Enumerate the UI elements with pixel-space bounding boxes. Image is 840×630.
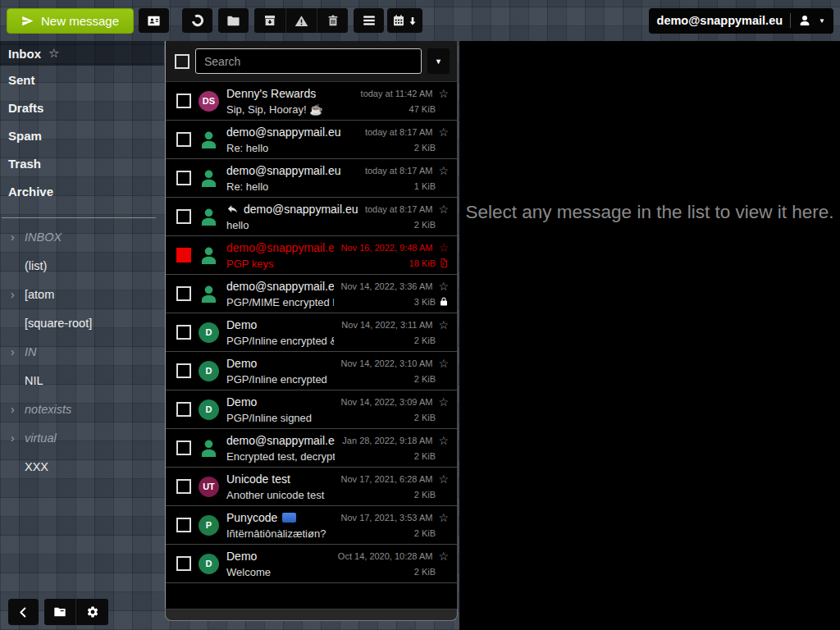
sidebar-subfolder-notexists[interactable]: ›notexists [0, 395, 164, 424]
message-meta: Oct 14, 2020, 10:28 AM☆2 KiB [338, 550, 449, 578]
star-icon[interactable]: ☆ [438, 242, 449, 253]
message-text-block: Unicode testAnother unicode test [226, 472, 334, 501]
message-meta-top: Nov 17, 2021, 3:53 AM☆ [341, 512, 449, 523]
delete-button[interactable] [317, 8, 348, 33]
message-checkbox[interactable] [176, 171, 191, 185]
message-row[interactable]: demo@snappymail.euRe: hellotoday at 8:17… [166, 159, 457, 198]
message-checkbox[interactable] [176, 441, 191, 455]
sidebar-subfolder-list[interactable]: (list) [0, 252, 164, 281]
sidebar-subfolder-virtual[interactable]: ›virtual [0, 424, 164, 453]
spam-button[interactable] [285, 8, 317, 33]
message-row[interactable]: DSDenny's RewardsSip, Sip, Hooray! ☕toda… [166, 82, 457, 121]
message-checkbox[interactable] [176, 209, 191, 224]
person-avatar-icon [199, 284, 219, 304]
pgp-attachment-icon [439, 258, 449, 268]
sidebar-subfolder-nil[interactable]: NIL [0, 367, 164, 395]
chevron-right-icon[interactable]: › [11, 424, 15, 453]
message-row[interactable]: demo@snappymail.euEncrypted test, decryp… [166, 429, 457, 468]
account-divider [790, 13, 791, 28]
message-checkbox[interactable] [176, 325, 191, 340]
message-checkbox[interactable] [176, 402, 191, 417]
star-icon[interactable]: ☆ [438, 396, 449, 408]
chevron-right-icon[interactable]: › [11, 281, 15, 309]
star-icon[interactable]: ☆ [438, 88, 449, 99]
message-checkbox[interactable] [176, 363, 191, 378]
message-checkbox[interactable] [176, 286, 191, 301]
message-checkbox[interactable] [176, 556, 191, 571]
chevron-right-icon[interactable]: › [11, 395, 15, 424]
sidebar-subfolder-atom[interactable]: ›[atom [0, 281, 164, 309]
message-row[interactable]: DDemoWelcomeOct 14, 2020, 10:28 AM☆2 KiB [166, 545, 457, 583]
sender-name: Punycode [226, 511, 277, 524]
calendar-download-button[interactable] [387, 8, 422, 33]
message-checkbox[interactable] [176, 479, 191, 494]
eu-flag-icon [282, 513, 296, 523]
contacts-button[interactable] [139, 8, 169, 33]
star-icon[interactable]: ☆ [438, 435, 449, 446]
search-options-button[interactable]: ▼ [427, 48, 450, 74]
message-checkbox[interactable] [176, 248, 191, 262]
star-icon[interactable]: ☆ [438, 473, 449, 485]
list-footer-bar[interactable] [165, 609, 458, 621]
calendar-icon [392, 14, 405, 27]
message-date: Nov 14, 2022, 3:36 AM [341, 281, 433, 291]
sidebar-item-archive[interactable]: Archive [0, 177, 164, 205]
select-all-checkbox[interactable] [175, 54, 189, 69]
message-row[interactable]: DDemoPGP/Inline encrypted & signedNov 14… [166, 313, 457, 352]
message-row[interactable]: DDemoPGP/Inline encryptedNov 14, 2022, 3… [166, 352, 457, 390]
message-date: today at 8:17 AM [365, 127, 433, 137]
message-checkbox[interactable] [176, 94, 191, 108]
refresh-button[interactable] [182, 8, 212, 33]
message-row[interactable]: demo@snappymail.euhellotoday at 8:17 AM☆… [166, 198, 457, 236]
account-button[interactable]: demo@snappymail.eu ▼ [649, 8, 833, 34]
subfolder-label: notexists [25, 403, 71, 416]
sidebar-subfolder-inbox[interactable]: ›INBOX [0, 223, 164, 252]
message-date: Nov 17, 2021, 3:53 AM [341, 513, 433, 523]
sidebar-subfolder-xxx[interactable]: XXX [0, 453, 164, 482]
star-icon[interactable]: ☆ [48, 46, 59, 61]
archive-button[interactable] [254, 8, 285, 33]
star-icon[interactable]: ☆ [438, 203, 449, 215]
star-icon[interactable]: ☆ [438, 126, 449, 138]
message-subject: Welcome [226, 566, 331, 578]
sender-name: Denny's Rewards [226, 87, 316, 100]
star-icon[interactable]: ☆ [438, 281, 449, 292]
message-row[interactable]: PPunycodeIñtërnâtiônàlizætiøn?Nov 17, 20… [166, 506, 457, 545]
message-text-block: demo@snappymail.euPGP/MIME encrypted HTM… [226, 280, 334, 308]
message-row[interactable]: DDemoPGP/Inline signedNov 14, 2022, 3:09… [166, 390, 457, 429]
subfolder-label: virtual [25, 431, 57, 445]
star-icon[interactable]: ☆ [438, 550, 449, 562]
chevron-right-icon[interactable]: › [11, 338, 15, 367]
message-row[interactable]: demo@snappymail.euRe: hellotoday at 8:17… [166, 121, 457, 159]
sidebar-item-spam[interactable]: Spam [0, 121, 164, 149]
move-to-folder-button[interactable] [218, 8, 249, 33]
new-message-button[interactable]: New message [7, 8, 134, 34]
message-checkbox[interactable] [176, 518, 191, 532]
search-input[interactable] [195, 48, 422, 74]
sidebar-item-sent[interactable]: Sent [0, 66, 164, 94]
icon-slot-empty [438, 412, 449, 423]
message-row[interactable]: demo@snappymail.euPGP keysNov 16, 2022, … [166, 236, 457, 275]
chevron-right-icon[interactable]: › [11, 223, 15, 252]
star-icon[interactable]: ☆ [438, 512, 449, 523]
message-sender: demo@snappymail.eu [226, 241, 334, 254]
message-sender: Demo [226, 550, 331, 563]
message-meta-bottom: 2 KiB [414, 450, 449, 462]
collapse-sidebar-button[interactable] [8, 599, 39, 625]
manage-folders-button[interactable] [44, 599, 75, 625]
subfolder-label: IN [25, 345, 37, 358]
sidebar-item-trash[interactable]: Trash [0, 149, 164, 177]
menu-button[interactable] [354, 8, 384, 33]
sidebar-item-inbox[interactable]: Inbox☆ [0, 41, 164, 66]
sidebar-subfolder-in[interactable]: ›IN [0, 338, 164, 367]
star-icon[interactable]: ☆ [438, 165, 449, 176]
message-checkbox[interactable] [176, 132, 191, 147]
sidebar-subfolder-square-root[interactable]: [square-root] [0, 309, 164, 338]
settings-button[interactable] [75, 599, 108, 625]
star-icon[interactable]: ☆ [438, 358, 449, 369]
message-meta: Nov 16, 2022, 9:48 AM☆18 KiB [341, 242, 449, 269]
sidebar-item-drafts[interactable]: Drafts [0, 94, 164, 121]
message-row[interactable]: demo@snappymail.euPGP/MIME encrypted HTM… [166, 275, 457, 313]
message-row[interactable]: UTUnicode testAnother unicode testNov 17… [166, 468, 457, 506]
star-icon[interactable]: ☆ [438, 319, 449, 331]
